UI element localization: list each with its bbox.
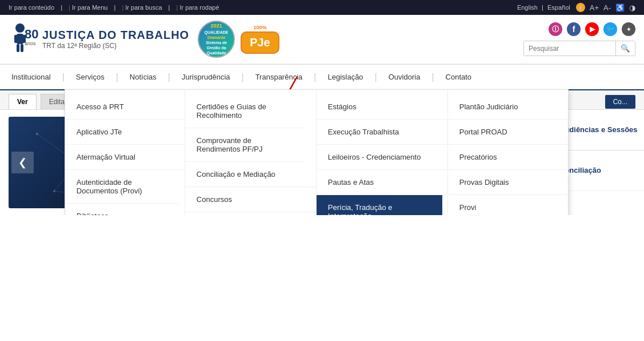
nav-item-noticias[interactable]: Notícias: [118, 65, 168, 89]
dropdown-item-consulta[interactable]: Consulta Processual Avançada: [185, 212, 316, 215]
quality-badge: 2021 QUALIDADE Diamante Sistema de Gestã…: [198, 21, 235, 58]
accessibility-icons: i A+ A- ♿ ◑: [576, 3, 635, 12]
main-nav: Institucional | Serviços Acesso à PRT Ap…: [0, 64, 644, 90]
svg-rect-4: [17, 44, 19, 52]
skip-content-link[interactable]: Ir para conteúdo: [9, 4, 62, 11]
spanish-link[interactable]: Español: [547, 4, 570, 11]
content-button[interactable]: Co...: [605, 95, 635, 109]
logo-title: JUSTIÇA DO TRABALHO: [42, 28, 189, 42]
dropdown-col-3: Estágios Execução Trabalhista Leiloeiros…: [317, 90, 448, 215]
search-button[interactable]: 🔍: [615, 41, 635, 55]
dropdown-item-execucao[interactable]: Execução Trabalhista: [317, 120, 447, 145]
dropdown-item-autenticidade[interactable]: Autenticidade de Documentos (Provi): [65, 170, 179, 204]
pje-badge: PJe: [241, 31, 279, 54]
skip-footer-link[interactable]: Ir para rodapé: [179, 4, 223, 11]
dropdown-item-provi[interactable]: Provi: [448, 195, 568, 215]
search-input[interactable]: [524, 42, 615, 55]
font-increase-icon[interactable]: A+: [590, 3, 599, 12]
lang-separator: |: [542, 4, 543, 11]
logo-area[interactable]: 80 anos JUSTIÇA DO TRABALHO TRT da 12ª R…: [9, 22, 189, 57]
dropdown-item-concursos[interactable]: Concursos: [185, 187, 316, 212]
svg-rect-5: [21, 44, 23, 52]
youtube-icon[interactable]: ▶: [585, 22, 599, 36]
nav-list: Institucional | Serviços Acesso à PRT Ap…: [0, 65, 644, 89]
twitter-icon[interactable]: 🐦: [603, 22, 617, 36]
skip-menu-link[interactable]: Ir para Menu: [72, 4, 115, 11]
dropdown-item-provas[interactable]: Provas Digitais: [448, 170, 568, 195]
instagram-icon[interactable]: Ⓘ: [549, 22, 562, 36]
dropdown-col-1: Acesso à PRT Aplicativo JTe Atermação Vi…: [65, 90, 185, 215]
dropdown-col-4: Plantão Judiciário Portal PROAD Precatór…: [448, 90, 568, 215]
top-bar-right: English | Español i A+ A- ♿ ◑: [517, 3, 635, 12]
sidebar-audiencias-label: Audiências e Sessões: [559, 125, 638, 135]
nav-item-servicos[interactable]: Serviços Acesso à PRT Aplicativo JTe Ate…: [65, 65, 116, 89]
top-bar: Ir para conteúdo | Ir para Menu | Ir par…: [0, 0, 644, 15]
dropdown-item-comprovante[interactable]: Comprovante de Rendimentos PF/PJ: [185, 128, 305, 162]
dropdown-item-conciliacao[interactable]: Conciliação e Mediação: [185, 162, 316, 187]
dropdown-item-atermacao[interactable]: Atermação Virtual: [65, 145, 185, 170]
nav-item-ouvidoria[interactable]: Ouvidoria: [377, 65, 432, 89]
dropdown-item-pautas[interactable]: Pautas e Atas: [317, 170, 447, 195]
dropdown-item-estagios[interactable]: Estágios: [317, 94, 447, 120]
header-right: Ⓘ f ▶ 🐦 ✦ 🔍: [523, 22, 635, 56]
social-icons: Ⓘ f ▶ 🐦 ✦: [549, 22, 635, 36]
nav-item-contato[interactable]: Contato: [434, 65, 483, 89]
dropdown-item-certidoes[interactable]: Certidões e Guias de Recolhimento: [185, 94, 305, 128]
logo-subtitle: TRT da 12ª Região (SC): [42, 42, 189, 50]
skip-search-link[interactable]: Ir para busca: [125, 4, 170, 11]
english-link[interactable]: English: [517, 4, 538, 11]
dropdown-item-aplicativo[interactable]: Aplicativo JTe: [65, 120, 185, 145]
info-icon[interactable]: i: [576, 3, 585, 12]
logo-icon: 80 anos: [9, 22, 40, 57]
tab-ver[interactable]: Ver: [9, 94, 37, 109]
extra-social-icon[interactable]: ✦: [622, 22, 635, 36]
dropdown-item-acesso[interactable]: Acesso à PRT: [65, 94, 185, 120]
dropdown-col-2: Certidões e Guias de Recolhimento Compro…: [185, 90, 317, 215]
language-selector: English | Español: [517, 4, 570, 11]
dropdown-item-plantao[interactable]: Plantão Judiciário: [448, 94, 568, 120]
nav-item-legislacao[interactable]: Legislação: [316, 65, 374, 89]
svg-rect-2: [14, 35, 19, 43]
dropdown-item-leiloeiros[interactable]: Leiloeiros - Credenciamento: [317, 145, 447, 170]
facebook-icon[interactable]: f: [567, 22, 581, 36]
svg-text:80: 80: [25, 27, 38, 41]
dropdown-item-precatorios[interactable]: Precatórios: [448, 145, 568, 170]
services-dropdown: Acesso à PRT Aplicativo JTe Atermação Vi…: [65, 89, 569, 215]
logo-text: JUSTIÇA DO TRABALHO TRT da 12ª Região (S…: [42, 28, 189, 50]
header: 80 anos JUSTIÇA DO TRABALHO TRT da 12ª R…: [0, 15, 644, 64]
top-bar-links: Ir para conteúdo | Ir para Menu | Ir par…: [9, 4, 229, 11]
nav-item-institucional[interactable]: Institucional: [0, 65, 62, 89]
svg-point-0: [15, 23, 25, 33]
pje-badge-area: 100% PJe: [241, 25, 279, 54]
carousel-prev-button[interactable]: ❮: [11, 152, 34, 173]
search-box[interactable]: 🔍: [523, 41, 635, 56]
dropdown-item-biblioteca[interactable]: Biblioteca: [65, 204, 185, 215]
svg-text:anos: anos: [25, 41, 36, 46]
badges-area: 2021 QUALIDADE Diamante Sistema de Gestã…: [198, 21, 279, 58]
dropdown-item-pericia[interactable]: Perícia, Tradução e Interpretação: [317, 195, 442, 215]
accessibility-icon[interactable]: ♿: [615, 3, 625, 12]
font-decrease-icon[interactable]: A-: [603, 3, 611, 12]
dropdown-item-portal-proad[interactable]: Portal PROAD: [448, 120, 568, 145]
nav-item-jurisprudencia[interactable]: Jurisprudência: [170, 65, 242, 89]
contrast-icon[interactable]: ◑: [629, 3, 635, 12]
header-left: 80 anos JUSTIÇA DO TRABALHO TRT da 12ª R…: [9, 21, 279, 58]
